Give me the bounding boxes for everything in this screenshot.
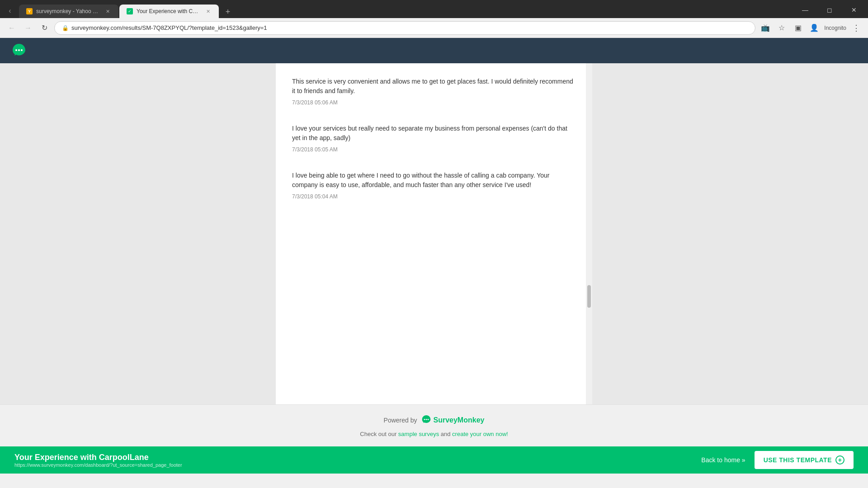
- url-bar[interactable]: 🔒 surveymonkey.com/results/SM-7Q8ZXPYQL/…: [54, 21, 755, 35]
- tab-carpoollane[interactable]: ✓ Your Experience with CarpoolL... ✕: [119, 5, 219, 18]
- refresh-button[interactable]: ↻: [38, 22, 51, 34]
- create-own-link[interactable]: create your own now!: [452, 431, 508, 437]
- sidebar-icon[interactable]: ▣: [792, 22, 804, 34]
- svg-point-0: [15, 49, 17, 51]
- response-text-1: This service is very convenient and allo…: [292, 77, 576, 96]
- lock-icon: 🔒: [62, 25, 69, 31]
- url-text: surveymonkey.com/results/SM-7Q8ZXPYQL/?t…: [71, 24, 267, 31]
- sm-footer-logo-text: SurveyMonkey: [434, 416, 485, 424]
- response-item-3: I love being able to get where I need to…: [292, 171, 576, 200]
- tab2-favicon: ✓: [127, 8, 133, 14]
- tab1-title: surveymonkey - Yahoo Search ...: [36, 8, 100, 14]
- response-item-1: This service is very convenient and allo…: [292, 77, 576, 106]
- response-date-3: 7/3/2018 05:04 AM: [292, 193, 576, 200]
- response-date-2: 7/3/2018 05:05 AM: [292, 146, 576, 153]
- response-item-2: I love your services but really need to …: [292, 124, 576, 153]
- svg-point-5: [427, 419, 429, 420]
- check-text: Check out our: [360, 431, 398, 437]
- tab2-close[interactable]: ✕: [204, 8, 212, 15]
- profile-icon[interactable]: 👤: [808, 22, 821, 34]
- scroll-thumb[interactable]: [587, 285, 591, 308]
- restore-button[interactable]: ◻: [819, 2, 840, 18]
- forward-button[interactable]: →: [22, 22, 34, 34]
- tab1-close[interactable]: ✕: [104, 8, 111, 15]
- response-text-3: I love being able to get where I need to…: [292, 171, 576, 190]
- minimize-button[interactable]: —: [795, 2, 816, 18]
- bookmark-icon[interactable]: ☆: [775, 22, 788, 34]
- powered-by-text: Powered by: [384, 417, 417, 424]
- sm-footer-icon: [421, 414, 432, 426]
- response-text-2: I love your services but really need to …: [292, 124, 576, 143]
- sample-surveys-link[interactable]: sample surveys: [398, 431, 439, 437]
- close-window-button[interactable]: ✕: [844, 2, 864, 18]
- tab-yahoo-search[interactable]: Y surveymonkey - Yahoo Search ... ✕: [19, 5, 118, 18]
- footer-links-section: Check out our sample surveys and create …: [0, 431, 868, 437]
- scroll-track[interactable]: [586, 63, 592, 404]
- and-text: and: [441, 431, 452, 437]
- use-template-button[interactable]: USE THIS TEMPLATE +: [755, 451, 854, 469]
- svg-point-2: [21, 49, 23, 51]
- sm-footer-logo[interactable]: SurveyMonkey: [421, 414, 485, 426]
- response-date-1: 7/3/2018 05:06 AM: [292, 99, 576, 106]
- use-template-label: USE THIS TEMPLATE: [764, 456, 832, 464]
- back-nav-button[interactable]: ‹: [4, 5, 16, 17]
- template-circle-icon: +: [835, 455, 844, 465]
- sm-logo: [11, 42, 27, 60]
- sm-logo-icon: [11, 42, 27, 60]
- bottom-bar-left: Your Experience with CarpoolLane https:/…: [14, 453, 182, 468]
- back-button[interactable]: ←: [5, 22, 18, 34]
- svg-point-3: [424, 419, 425, 420]
- tab2-title: Your Experience with CarpoolL...: [137, 8, 201, 14]
- svg-point-1: [18, 49, 20, 51]
- incognito-label: Incognito: [824, 25, 846, 31]
- powered-by-section: Powered by SurveyMonkey: [0, 414, 868, 426]
- bottom-bar-title: Your Experience with CarpoolLane: [14, 453, 182, 462]
- menu-icon[interactable]: ⋮: [850, 22, 863, 34]
- back-to-home-link[interactable]: Back to home »: [701, 456, 745, 464]
- tab1-favicon: Y: [26, 8, 33, 14]
- svg-point-4: [425, 419, 427, 420]
- bottom-bar-url: https://www.surveymonkey.com/dashboard/?…: [14, 462, 182, 468]
- cast-icon[interactable]: 📺: [759, 22, 772, 34]
- new-tab-button[interactable]: +: [222, 5, 234, 18]
